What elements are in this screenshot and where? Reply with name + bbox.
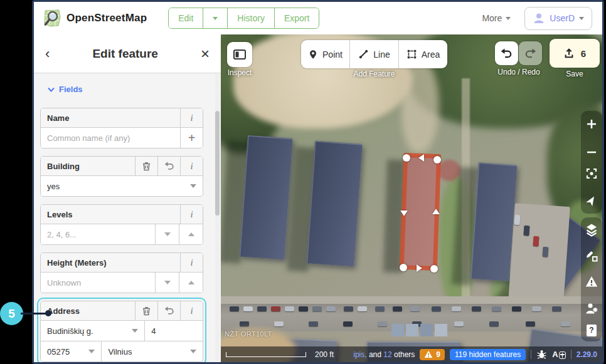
map-car [343,321,353,326]
more-menu-button[interactable]: More [482,13,511,23]
vertex-marker[interactable] [403,154,410,162]
map-data-icon [586,250,598,262]
map-car [526,321,535,326]
housenumber-input[interactable] [145,321,203,341]
field-label: Height (Meters) [41,253,180,272]
fields-disclosure[interactable]: Fields [48,85,203,94]
undo-icon [164,161,174,171]
midpoint-marker[interactable] [418,154,424,162]
building-combobox[interactable] [41,176,190,196]
info-button[interactable]: i [180,205,203,224]
zoom-in-button[interactable] [585,117,598,131]
field-height: Height (Meters) i [40,252,203,293]
field-address-header: Address [41,301,203,320]
address-row-2 [41,341,203,361]
hidden-features-badge[interactable]: 119 hidden features [450,349,526,360]
levels-input[interactable] [41,224,155,244]
chevron-down-icon[interactable] [88,350,95,353]
brand-name: OpenStreetMap [66,12,147,24]
sidebar-scrollbar-thumb[interactable] [215,111,220,216]
decrement-button[interactable] [155,273,179,293]
info-button[interactable]: i [180,157,203,175]
field-levels: Levels i [40,204,203,245]
revert-field-button[interactable] [157,301,180,320]
user-menu-button[interactable]: UserD [524,7,592,30]
close-button[interactable]: × [201,46,210,61]
map-building[interactable] [239,135,292,260]
geolocate-button[interactable] [585,194,598,207]
revert-field-button[interactable] [157,157,180,175]
zoom-to-selection-button[interactable] [585,167,598,180]
contributor-count[interactable]: 12 [383,350,391,359]
add-field-button[interactable]: + [180,128,203,148]
osm-logo-brand[interactable]: OpenStreetMap [43,9,147,28]
zoom-out-button[interactable] [585,145,598,159]
chevron-up-icon [188,281,194,284]
chevron-down-icon[interactable] [190,184,196,188]
map-car [432,306,441,311]
panel-header: ‹ Edit feature × [34,34,221,73]
decrement-button[interactable] [155,224,179,244]
version-label[interactable]: 2.29.0 [577,350,597,359]
chevron-down-icon [164,281,171,284]
redo-icon [524,48,536,60]
height-input[interactable] [41,273,155,293]
add-feature-label: Add Feature [301,70,447,78]
save-button[interactable]: 6 [550,39,600,68]
midpoint-marker[interactable] [400,211,408,216]
map-canvas[interactable]: Inspect Point [221,34,602,362]
increment-button[interactable] [179,224,203,244]
chevron-down-icon [164,232,171,236]
info-button[interactable]: i [180,253,203,272]
add-area-button[interactable]: Area [398,40,447,68]
undo-button[interactable] [495,41,518,65]
contributor-link[interactable]: ipis, [353,350,366,359]
map-patio-tile [406,324,418,336]
report-bug-button[interactable] [536,349,547,360]
map-car [274,321,284,326]
chevron-down-icon[interactable] [190,350,196,353]
history-button[interactable]: History [227,8,274,28]
map-car [285,306,294,311]
help-button[interactable]: ? [585,323,598,337]
vertex-marker[interactable] [400,264,407,271]
redo-button[interactable] [519,41,542,65]
map-building[interactable] [306,141,362,267]
vertex-marker[interactable] [433,156,441,164]
info-button[interactable]: i [180,301,203,320]
map-building[interactable] [470,162,518,281]
add-point-button[interactable]: Point [301,40,349,68]
bug-icon [536,349,547,360]
issues-button[interactable] [585,274,598,288]
topbar-right: More UserD [482,7,592,30]
vertex-marker[interactable] [430,265,438,273]
user-avatar-icon [533,12,545,24]
export-button[interactable]: Export [274,8,319,28]
info-button[interactable]: i [180,108,203,127]
city-combobox[interactable] [102,341,190,361]
chevron-down-icon[interactable] [132,329,138,333]
translate-icon[interactable]: A [552,350,565,359]
back-button[interactable]: ‹ [45,47,50,61]
edit-menu-caret[interactable] [203,8,227,28]
delete-field-button[interactable] [135,301,157,320]
name-input[interactable] [41,128,180,148]
map-data-button[interactable] [585,249,598,263]
midpoint-marker[interactable] [417,264,422,272]
delete-field-button[interactable] [135,157,157,175]
address-row-1 [41,320,203,341]
inspect-button[interactable] [227,42,252,67]
midpoint-marker[interactable] [432,209,440,214]
postcode-combobox[interactable] [41,341,88,361]
map-red-blob [438,160,460,181]
window-content: ‹ Edit feature × Fields Name [34,34,602,362]
increment-button[interactable] [179,273,203,293]
issues-count-badge[interactable]: 9 [420,349,445,360]
map-car [561,321,570,326]
background-settings-button[interactable] [585,223,598,237]
street-combobox[interactable] [41,321,132,341]
edit-button[interactable]: Edit [169,8,203,28]
add-line-button[interactable]: Line [349,40,398,68]
preferences-button[interactable] [585,301,598,315]
map-car [472,306,481,311]
